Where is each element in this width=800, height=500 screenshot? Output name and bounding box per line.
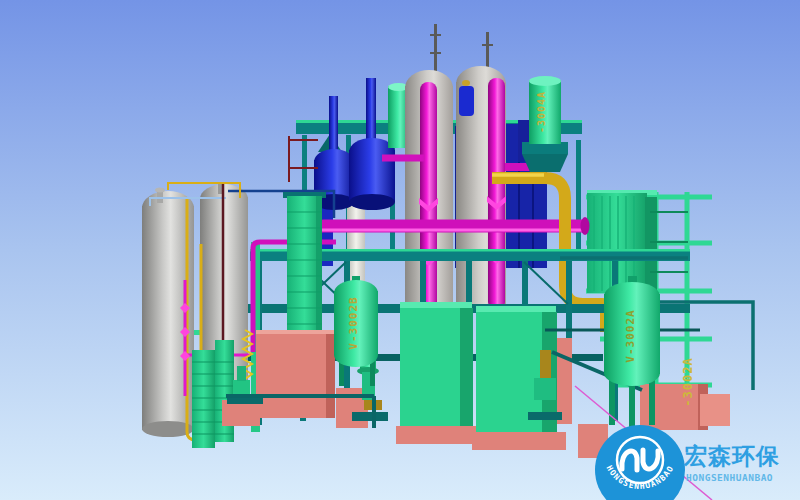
company-name-cn: 宏森环保 <box>683 443 780 469</box>
vessel-3004-label: -3004A <box>536 91 547 133</box>
plant-3d-render: -3004A <box>0 0 800 500</box>
vessel-a-label: V-3002A <box>624 309 637 362</box>
green-vessel-v3002a: V-3002A <box>604 276 660 429</box>
company-name-en: HONGSENHUANBAO <box>686 472 773 483</box>
vessel-b-label: V-3002B <box>347 296 360 349</box>
vessel-a-partial-label: -3002A <box>681 357 695 406</box>
render-canvas: -3004A <box>0 0 800 500</box>
